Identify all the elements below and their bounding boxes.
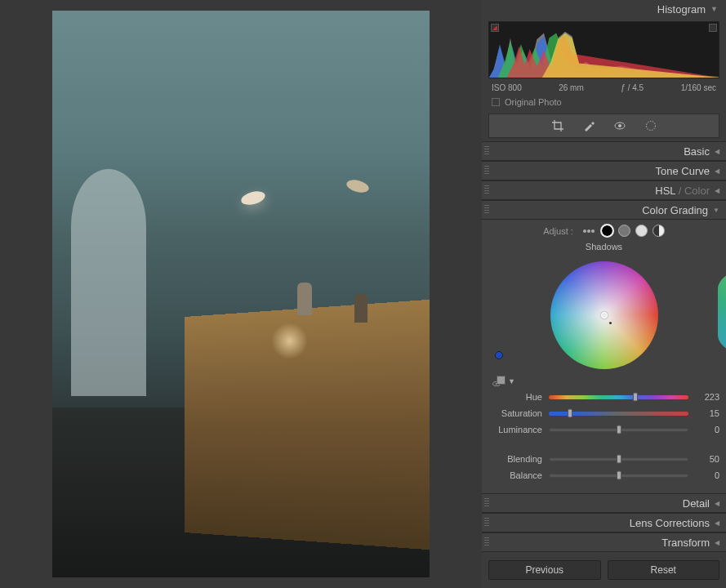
tool-strip [488,114,719,138]
luminance-value[interactable]: 0 [695,425,719,434]
transform-label: Transform [661,537,710,549]
drag-handle-icon [484,146,489,156]
collapse-icon: ◀ [715,539,719,546]
svg-point-2 [646,122,655,131]
collapse-icon: ◀ [715,148,719,155]
original-photo-checkbox[interactable] [492,98,500,106]
side-panel: Histogram ▼ ISO 800 26 mm ƒ / 4.5 1/160 … [482,0,726,588]
color-wheel[interactable] [550,261,658,369]
drag-handle-icon [484,537,489,547]
collapse-icon: ◀ [715,187,719,194]
detail-label: Detail [683,497,710,510]
drag-handle-icon [484,185,489,195]
adjacent-wheel-preview[interactable] [718,265,726,359]
shadows-wheel-button[interactable] [601,225,613,237]
redeye-icon[interactable] [613,119,626,132]
balance-label: Balance [488,470,542,480]
balance-slider[interactable]: Balance 0 [488,467,719,483]
crop-icon[interactable] [551,119,564,132]
saturation-value[interactable]: 15 [695,408,719,418]
panel-detail[interactable]: Detail ◀ [482,493,726,513]
highlights-wheel-button[interactable] [635,225,648,237]
panel-basic[interactable]: Basic ◀ [482,141,726,161]
original-photo-label: Original Photo [505,97,562,107]
shadows-subtitle: Shadows [488,242,719,252]
collapse-icon: ▼ [710,5,718,13]
color-grading-label: Color Grading [642,204,708,216]
preview-pane [0,0,482,588]
collapse-icon: ▼ [713,207,719,214]
saturation-slider[interactable]: Saturation 15 [488,405,719,421]
radial-filter-icon[interactable] [644,119,657,132]
collapse-icon: ◀ [715,500,719,507]
basic-label: Basic [684,145,710,158]
global-wheel-button[interactable] [653,225,665,237]
wheel-center-handle[interactable] [601,312,608,318]
adjust-selector: Adjust : [488,225,719,237]
adjust-label: Adjust : [543,226,573,236]
histogram-graph [489,22,719,78]
hue-value[interactable]: 223 [695,392,719,402]
blending-slider[interactable]: Blending 50 [488,451,719,467]
blending-label: Blending [488,454,542,464]
luminance-slider[interactable]: Luminance 0 [488,421,719,438]
aperture-label: ƒ / 4.5 [621,83,644,92]
expand-icon[interactable]: ▼ [508,377,515,387]
color-wheel-area [488,255,719,376]
panel-lens-corrections[interactable]: Lens Corrections ◀ [482,513,726,532]
hsl-label: HSL / Color [655,185,710,197]
preview-image[interactable] [52,11,430,577]
three-way-icon[interactable] [581,225,596,237]
panel-hsl[interactable]: HSL / Color ◀ [482,180,726,200]
iso-label: ISO 800 [492,83,522,92]
histogram-header[interactable]: Histogram ▼ [482,0,726,18]
highlight-clip-indicator[interactable] [709,24,717,32]
focal-label: 26 mm [559,83,584,92]
panel-color-grading[interactable]: Color Grading ▼ [482,200,726,220]
collapse-icon: ◀ [715,519,719,527]
histogram-title: Histogram [657,3,706,16]
panel-tone-curve[interactable]: Tone Curve ◀ [482,161,726,180]
hue-label: Hue [488,392,542,402]
previous-button[interactable]: Previous [488,560,601,580]
lens-corrections-label: Lens Corrections [630,517,710,529]
bottom-button-row: Previous Reset [488,560,719,580]
svg-point-1 [618,124,621,127]
wheel-value-dot[interactable] [609,322,612,324]
panel-transform[interactable]: Transform ◀ [482,532,726,552]
luminance-label: Luminance [488,425,542,434]
reset-button[interactable]: Reset [608,560,720,580]
midtones-wheel-button[interactable] [618,225,630,237]
collapse-icon: ◀ [715,167,719,175]
color-swatch[interactable] [497,376,506,385]
drag-handle-icon [484,518,489,528]
histogram[interactable] [488,21,719,78]
color-grading-body: Adjust : Shadows ▼ [482,220,726,493]
drag-handle-icon [484,498,489,508]
original-photo-row[interactable]: Original Photo [482,94,726,112]
tone-curve-label: Tone Curve [656,165,710,177]
hue-slider[interactable]: Hue 223 [488,389,719,405]
drag-handle-icon [484,166,489,176]
hue-ring-handle[interactable] [495,351,503,359]
photo-info-row: ISO 800 26 mm ƒ / 4.5 1/160 sec [482,82,726,94]
shutter-label: 1/160 sec [681,83,716,92]
drag-handle-icon [484,205,489,215]
healing-brush-icon[interactable] [582,119,595,132]
balance-value[interactable]: 0 [695,470,719,480]
blending-value[interactable]: 50 [695,454,719,464]
saturation-label: Saturation [488,408,542,418]
shadow-clip-indicator[interactable] [491,24,499,32]
